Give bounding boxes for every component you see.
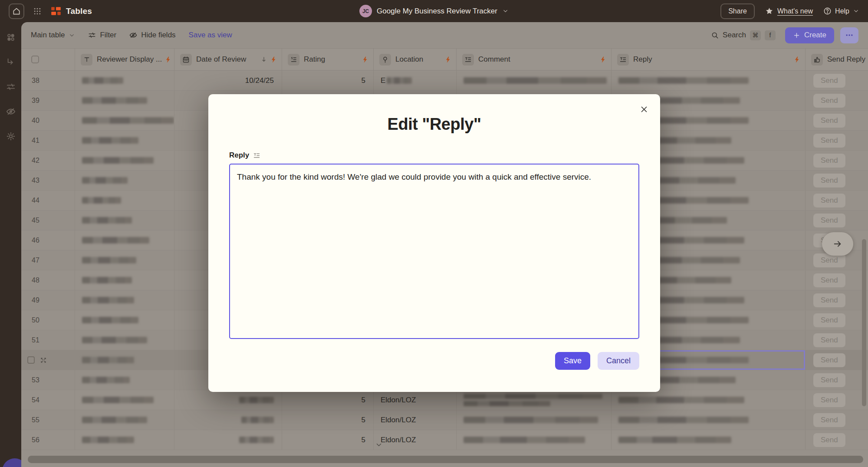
comment-cell[interactable] <box>457 410 612 430</box>
close-button[interactable] <box>638 103 651 116</box>
load-more-chevron-icon[interactable] <box>375 441 383 449</box>
row-number-cell[interactable]: 39 <box>21 91 75 110</box>
sidebar-item-views[interactable] <box>0 27 21 47</box>
column-header-date[interactable]: Date of Review <box>174 49 282 70</box>
send-cell[interactable]: Send <box>806 191 868 210</box>
rating-cell[interactable]: 5 <box>282 390 374 410</box>
reviewer-cell[interactable] <box>75 370 174 390</box>
row-number-cell[interactable]: 38 <box>21 71 75 90</box>
filter-button[interactable]: Filter <box>88 31 116 39</box>
save-button[interactable]: Save <box>555 352 590 370</box>
document-title-group[interactable]: JC Google My Business Review Tracker <box>359 5 509 17</box>
sidebar-item-filters[interactable] <box>0 77 21 97</box>
reply-cell[interactable] <box>612 390 806 410</box>
send-reply-button[interactable]: Send <box>813 194 845 207</box>
rating-cell[interactable]: 5 <box>282 410 374 430</box>
horizontal-scrollbar[interactable] <box>28 456 863 463</box>
reply-cell[interactable] <box>612 71 806 90</box>
save-as-view-link[interactable]: Save as view <box>189 31 232 39</box>
column-header-reviewer[interactable]: Reviewer Display ... <box>75 49 174 70</box>
table-selector[interactable]: Main table <box>31 31 75 39</box>
send-reply-button[interactable]: Send <box>813 293 845 307</box>
send-cell[interactable]: Send <box>806 111 868 130</box>
date-cell[interactable] <box>174 430 282 450</box>
send-reply-button[interactable]: Send <box>813 393 845 407</box>
reply-textarea[interactable]: Thank you for the kind words! We're glad… <box>229 164 639 339</box>
row-number-cell[interactable]: 55 <box>21 410 75 430</box>
send-reply-button[interactable]: Send <box>813 433 845 447</box>
location-cell[interactable]: E <box>374 71 457 90</box>
row-number-cell[interactable]: 54 <box>21 390 75 410</box>
reply-cell[interactable] <box>612 430 806 450</box>
row-number-cell[interactable]: 41 <box>21 131 75 150</box>
send-cell[interactable]: Send <box>806 91 868 110</box>
more-options-button[interactable] <box>840 27 858 43</box>
reviewer-cell[interactable] <box>75 191 174 210</box>
send-reply-button[interactable]: Send <box>813 134 845 148</box>
select-all-checkbox[interactable] <box>31 56 39 63</box>
hide-fields-button[interactable]: Hide fields <box>129 31 175 39</box>
send-reply-button[interactable]: Send <box>813 333 845 347</box>
send-cell[interactable]: Send <box>806 131 868 150</box>
send-cell[interactable]: Send <box>806 71 868 90</box>
send-cell[interactable]: Send <box>806 270 868 290</box>
row-number-cell[interactable]: 47 <box>21 250 75 270</box>
reviewer-cell[interactable] <box>75 350 174 370</box>
sidebar-item-hidden[interactable] <box>0 102 21 122</box>
date-cell[interactable] <box>174 410 282 430</box>
row-number-cell[interactable]: 51 <box>21 330 75 350</box>
send-reply-button[interactable]: Send <box>813 214 845 227</box>
column-header-location[interactable]: Location <box>374 49 457 70</box>
cancel-button[interactable]: Cancel <box>598 352 639 370</box>
reviewer-cell[interactable] <box>75 310 174 330</box>
reviewer-cell[interactable] <box>75 250 174 270</box>
send-reply-button[interactable]: Send <box>813 94 845 108</box>
send-cell[interactable]: Send <box>806 430 868 450</box>
reviewer-cell[interactable] <box>75 390 174 410</box>
rating-cell[interactable]: 5 <box>282 71 374 90</box>
send-reply-button[interactable]: Send <box>813 114 845 128</box>
row-number-cell[interactable]: 50 <box>21 310 75 330</box>
location-cell[interactable]: Eldon/LOZ <box>374 430 457 450</box>
comment-cell[interactable] <box>457 71 612 90</box>
comment-cell[interactable] <box>457 430 612 450</box>
send-cell[interactable]: Send <box>806 310 868 330</box>
column-header-reply[interactable]: Reply <box>612 49 806 70</box>
send-reply-button[interactable]: Send <box>813 273 845 287</box>
search-button[interactable]: Search ⌘ f <box>711 30 776 40</box>
reviewer-cell[interactable] <box>75 91 174 110</box>
location-cell[interactable]: Eldon/LOZ <box>374 410 457 430</box>
apps-grid-button[interactable] <box>33 7 42 16</box>
row-number-cell[interactable]: 40 <box>21 111 75 130</box>
send-reply-button[interactable]: Send <box>813 174 845 187</box>
row-number-cell[interactable]: 53 <box>21 370 75 390</box>
create-button[interactable]: Create <box>785 27 834 43</box>
row-number-cell[interactable]: 56 <box>21 430 75 450</box>
send-cell[interactable]: Send <box>806 370 868 390</box>
date-cell[interactable]: 10/24/25 <box>174 71 282 90</box>
reviewer-cell[interactable] <box>75 151 174 170</box>
location-cell[interactable]: Eldon/LOZ <box>374 390 457 410</box>
send-cell[interactable]: Send <box>806 390 868 410</box>
send-cell[interactable]: Send <box>806 210 868 230</box>
home-button[interactable] <box>9 3 24 19</box>
column-header-rating[interactable]: Rating <box>282 49 374 70</box>
sidebar-item-branch[interactable] <box>0 52 21 72</box>
sidebar-item-settings[interactable] <box>0 126 21 146</box>
reviewer-cell[interactable] <box>75 330 174 350</box>
reviewer-cell[interactable] <box>75 230 174 250</box>
send-reply-button[interactable]: Send <box>813 74 845 88</box>
scroll-right-button[interactable] <box>822 232 853 256</box>
help-menu[interactable]: Help <box>823 7 859 15</box>
row-number-cell[interactable]: 42 <box>21 151 75 170</box>
app-logo-group[interactable]: Tables <box>50 6 92 17</box>
send-reply-button[interactable]: Send <box>813 154 845 168</box>
send-cell[interactable]: Send <box>806 410 868 430</box>
reviewer-cell[interactable] <box>75 210 174 230</box>
send-reply-button[interactable]: Send <box>813 313 845 327</box>
date-cell[interactable] <box>174 390 282 410</box>
vertical-scrollbar[interactable] <box>862 239 866 406</box>
reviewer-cell[interactable] <box>75 71 174 90</box>
row-number-cell[interactable]: 46 <box>21 230 75 250</box>
column-header-send[interactable]: Send Reply <box>806 49 868 70</box>
